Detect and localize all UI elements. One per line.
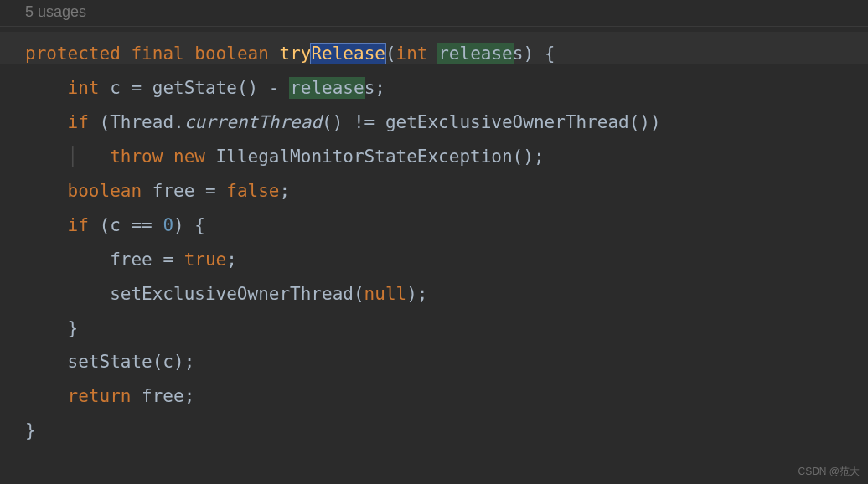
- indent-guide: │: [68, 147, 111, 167]
- code-editor[interactable]: protected final boolean tryRelease(int r…: [0, 27, 868, 458]
- semi: ;: [375, 78, 385, 98]
- sp: [163, 147, 173, 167]
- param-release-hl: release: [438, 44, 513, 64]
- var-free: free: [142, 181, 205, 201]
- op-eq: =: [163, 250, 173, 270]
- op-minus: -: [269, 78, 280, 98]
- keyword-int: int: [68, 78, 100, 98]
- paren-close: );: [406, 284, 427, 304]
- keyword-if: if: [68, 112, 89, 132]
- op-eq: =: [205, 181, 216, 201]
- call-getstate: getState(): [142, 78, 269, 98]
- brace-close: }: [25, 420, 36, 440]
- literal-null: null: [364, 284, 407, 304]
- method-name-release-current: Release: [311, 44, 385, 64]
- var-free: free: [110, 250, 163, 270]
- literal-zero: 0: [163, 215, 173, 235]
- semi: ;: [226, 250, 237, 270]
- code-line[interactable]: protected final boolean tryRelease(int r…: [25, 37, 843, 448]
- param-s: s: [513, 44, 524, 64]
- keyword-boolean: boolean: [68, 181, 142, 201]
- sp: [216, 181, 227, 201]
- call-currentthread: currentThread: [184, 112, 322, 132]
- keyword-throw: throw: [110, 147, 163, 167]
- paren: ): [523, 44, 534, 64]
- literal-true: true: [184, 250, 227, 270]
- sp: [173, 250, 184, 270]
- expr-close: ) {: [173, 215, 205, 235]
- keyword-return: return: [68, 386, 132, 406]
- method-name-try: try: [280, 44, 312, 64]
- expr-exception: IllegalMonitorStateException();: [205, 147, 545, 167]
- watermark: CSDN @范大: [798, 465, 860, 479]
- keyword-int: int: [396, 44, 428, 64]
- call-setexclusive: setExclusiveOwnerThread(: [110, 284, 364, 304]
- keyword-if: if: [68, 215, 89, 235]
- literal-false: false: [226, 181, 279, 201]
- expr-open: (c: [89, 215, 132, 235]
- keyword-new: new: [173, 147, 205, 167]
- expr-rest: () != getExclusiveOwnerThread()): [322, 112, 661, 132]
- var-release-hl: release: [290, 78, 364, 98]
- paren: (: [385, 44, 396, 64]
- op-eq: =: [131, 78, 142, 98]
- var-c: c: [100, 78, 132, 98]
- sp: [152, 215, 163, 235]
- usages-hint[interactable]: 5 usages: [0, 0, 868, 27]
- expr-free: free;: [131, 386, 194, 406]
- brace-close: }: [68, 318, 79, 338]
- keyword-final: final: [131, 44, 183, 64]
- op-eqeq: ==: [131, 215, 152, 235]
- var-s: s: [364, 78, 375, 98]
- expr-open: (Thread.: [89, 112, 184, 132]
- call-setstate: setState(c);: [68, 352, 195, 372]
- keyword-protected: protected: [25, 44, 121, 64]
- sp: [279, 78, 290, 98]
- semi: ;: [279, 181, 290, 201]
- keyword-boolean: boolean: [194, 44, 269, 64]
- brace-open: {: [534, 44, 555, 64]
